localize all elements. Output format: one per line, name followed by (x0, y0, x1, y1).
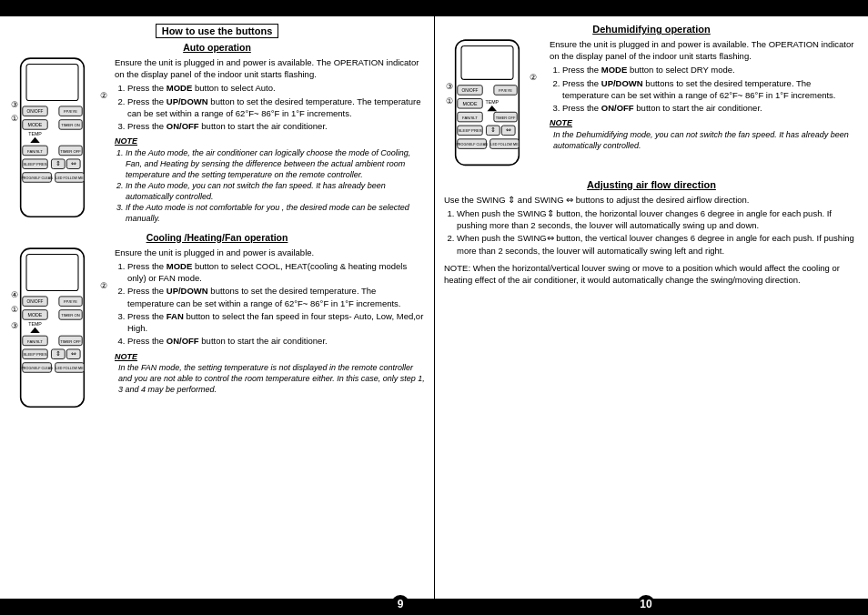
svg-text:MODE: MODE (28, 312, 43, 318)
svg-text:SLEEP PRES: SLEEP PRES (23, 162, 46, 166)
dehum-section: ③ ① ② ON/OFF FP/EYE MODE TEMP FAN/SLT TI… (444, 38, 859, 170)
dehum-label-3: ③ (446, 82, 453, 91)
svg-text:ON/OFF: ON/OFF (462, 88, 479, 93)
dehum-note: NOTE In the Dehumidifying mode, you can … (550, 117, 859, 150)
svg-text:TEMP: TEMP (28, 131, 42, 136)
cooling-title: Cooling /Heating/Fan operation (9, 232, 425, 243)
auto-text: Ensure the unit is plugged in and power … (115, 56, 425, 225)
svg-rect-53 (461, 45, 513, 79)
svg-text:FP/EYE: FP/EYE (64, 109, 77, 114)
svg-text:PROG/SELF CLEAN: PROG/SELF CLEAN (21, 176, 53, 180)
auto-steps: Press the MODE button to select Auto. Pr… (127, 82, 425, 132)
svg-text:FAN/SLT: FAN/SLT (462, 116, 478, 120)
svg-text:LED FOLLOW ME: LED FOLLOW ME (56, 367, 84, 370)
label-4-bottom: ④ (11, 290, 18, 299)
top-bar (0, 0, 868, 16)
cooling-section: Cooling /Heating/Fan operation ④ ① ③ ② O… (9, 232, 425, 411)
cooling-step-1: Press the MODE button to select COOL, HE… (127, 260, 425, 285)
dehum-note-text: In the Dehumidifying mode, you can not s… (553, 129, 859, 151)
svg-text:⇔: ⇔ (506, 126, 511, 134)
svg-text:TIMER OFF: TIMER OFF (60, 149, 81, 154)
cooling-body: Ensure the unit is plugged in and power … (115, 247, 425, 258)
how-to-title: How to use the buttons (156, 24, 279, 38)
auto-note-1: In the Auto mode, the air conditioner ca… (126, 147, 425, 180)
svg-text:LED FOLLOW ME: LED FOLLOW ME (490, 143, 519, 146)
remote-dehum-wrap: ③ ① ② ON/OFF FP/EYE MODE TEMP FAN/SLT TI… (444, 38, 544, 170)
auto-step-1: Press the MODE button to select Auto. (127, 82, 425, 94)
cooling-notes: NOTE In the FAN mode, the setting temper… (115, 351, 425, 396)
svg-rect-1 (26, 64, 78, 100)
remote-svg-bottom: ON/OFF FP/EYE MODE TIMER ON TEMP FAN/SLT… (9, 247, 96, 409)
svg-text:SLEEP PRES: SLEEP PRES (458, 128, 481, 133)
adjusting-steps: When push the SWING⇕ button, the horizon… (457, 207, 859, 257)
auto-note-title: NOTE (115, 136, 425, 146)
cooling-steps: Press the MODE button to select COOL, HE… (127, 260, 425, 348)
svg-text:ON/OFF: ON/OFF (27, 109, 44, 114)
auto-notes: NOTE In the Auto mode, the air condition… (115, 136, 425, 224)
svg-text:TIMER OFF: TIMER OFF (496, 116, 516, 120)
auto-step-2: Press the UP/DOWN button to set the desi… (127, 96, 425, 120)
label-1-bottom: ① (11, 305, 18, 314)
adjusting-title: Adjusting air flow direction (444, 179, 859, 190)
remote-svg-top: ON/OFF FP/EYE MODE TIMER ON TEMP FAN/SLT… (9, 56, 96, 219)
cooling-step-3: Press the FAN button to select the fan s… (127, 310, 425, 335)
label-3-top: ③ (11, 100, 18, 109)
dehum-title: Dehumidifying operation (444, 24, 859, 35)
adjusting-note: NOTE: When the horizontal/vertical louve… (444, 262, 859, 286)
svg-text:⇔: ⇔ (71, 159, 76, 167)
svg-text:TIMER ON: TIMER ON (61, 123, 80, 127)
label-2-bottom: ② (100, 281, 107, 290)
auto-step-3: Press the ON/OFF button to start the air… (127, 120, 425, 132)
cooling-step-2: Press the UP/DOWN buttons to set the des… (127, 285, 425, 309)
svg-text:TIMER ON: TIMER ON (61, 313, 80, 318)
svg-text:LED FOLLOW ME: LED FOLLOW ME (56, 176, 84, 180)
remote-svg-dehum: ON/OFF FP/EYE MODE TEMP FAN/SLT TIMER OF… (444, 38, 530, 168)
svg-rect-27 (26, 254, 78, 290)
cooling-note-text: In the FAN mode, the setting temperature… (118, 362, 425, 395)
cooling-text: Ensure the unit is plugged in and power … (115, 247, 425, 411)
auto-note-3: If the Auto mode is not comfortable for … (126, 202, 425, 224)
svg-text:MODE: MODE (28, 122, 43, 127)
adjusting-body: Use the SWING ⇕ and SWING ⇔ buttons to a… (444, 194, 859, 206)
dehum-note-title: NOTE (550, 118, 572, 127)
dehum-label-2: ② (530, 73, 537, 82)
svg-text:FP/EYE: FP/EYE (64, 299, 77, 304)
svg-text:TIMER OFF: TIMER OFF (60, 338, 81, 343)
dehum-step-1: Press the MODE button to select DRY mode… (562, 64, 859, 76)
bottom-bar (0, 599, 868, 615)
auto-section: ③ ① ② ON/OFF FP/EYE MODE TIMER ON (9, 56, 425, 225)
adjusting-section: Adjusting air flow direction Use the SWI… (444, 179, 859, 287)
svg-text:FP/EYE: FP/EYE (499, 88, 512, 93)
auto-title: Auto operation (9, 42, 425, 53)
svg-text:FAN/SLT: FAN/SLT (27, 338, 43, 343)
auto-note-list: In the Auto mode, the air conditioner ca… (126, 147, 425, 225)
label-3-bottom: ③ (11, 321, 18, 330)
svg-text:PROG/SELF CLEAN: PROG/SELF CLEAN (456, 143, 488, 146)
left-panel: How to use the buttons Auto operation ③ … (0, 16, 434, 599)
dehum-text-col: Ensure the unit is plugged in and power … (550, 38, 859, 170)
dehum-step-2: Press the UP/DOWN buttons to set the des… (562, 77, 859, 102)
dehum-step-3: Press the ON/OFF button to start the air… (562, 102, 859, 114)
svg-text:SLEEP PRES: SLEEP PRES (23, 352, 46, 357)
adjusting-step-2: When push the SWING⇔ button, the vertica… (457, 232, 859, 257)
adjusting-step-1: When push the SWING⇕ button, the horizon… (457, 207, 859, 232)
remote-bottom: ④ ① ③ ② ON/OFF FP/EYE MODE TIMER ON TEMP (9, 247, 109, 411)
dehum-body: Ensure the unit is plugged in and power … (550, 38, 859, 62)
svg-text:⇕: ⇕ (56, 159, 61, 167)
dehum-label-1: ① (446, 96, 453, 106)
cooling-note-title: NOTE (115, 351, 425, 362)
svg-text:⇔: ⇔ (71, 349, 76, 358)
svg-text:PROG/SELF CLEAN: PROG/SELF CLEAN (21, 367, 53, 370)
svg-text:TEMP: TEMP (28, 320, 42, 326)
label-1-top: ① (11, 114, 18, 123)
svg-text:⇕: ⇕ (490, 126, 496, 134)
auto-body: Ensure the unit is plugged in and power … (115, 56, 425, 80)
remote-top: ③ ① ② ON/OFF FP/EYE MODE TIMER ON (9, 56, 109, 225)
auto-note-2: In the Auto mode, you can not switch the… (126, 180, 425, 202)
svg-text:ON/OFF: ON/OFF (27, 299, 44, 304)
dehum-steps: Press the MODE button to select DRY mode… (562, 64, 859, 114)
cooling-step-4: Press the ON/OFF button to start the air… (127, 335, 425, 347)
label-2-top: ② (100, 91, 107, 100)
cooling-content: ④ ① ③ ② ON/OFF FP/EYE MODE TIMER ON TEMP (9, 247, 425, 411)
right-panel: Dehumidifying operation ③ ① ② ON/OFF FP/… (435, 16, 868, 599)
